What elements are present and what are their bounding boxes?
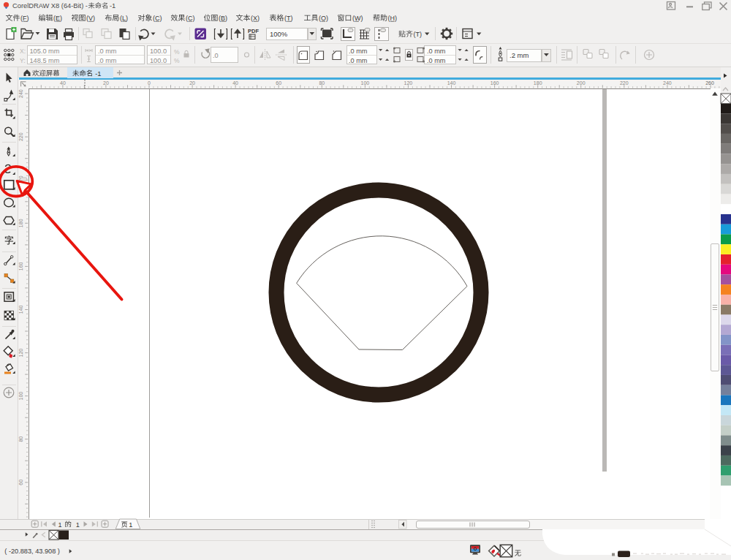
svg-text:(C): (C): [153, 15, 162, 22]
svg-text:148.5 mm: 148.5 mm: [30, 57, 60, 64]
svg-text:100: 100: [361, 80, 370, 86]
svg-text:260: 260: [705, 80, 714, 86]
svg-text:%: %: [174, 57, 180, 64]
svg-text:40: 40: [60, 80, 66, 86]
svg-text:PDF: PDF: [248, 28, 259, 34]
svg-text:CorelDRAW X8 (64-Bit) -: CorelDRAW X8 (64-Bit) -: [12, 2, 88, 10]
svg-text:(C): (C): [186, 15, 195, 22]
svg-text:40: 40: [232, 80, 238, 86]
svg-text:240: 240: [663, 80, 672, 86]
svg-text:.0 mm: .0 mm: [349, 48, 368, 55]
svg-text:0: 0: [148, 80, 151, 86]
svg-text:(B): (B): [219, 15, 227, 22]
svg-text:.0 mm: .0 mm: [98, 48, 117, 55]
svg-text:20: 20: [103, 80, 109, 86]
svg-text:100: 100: [18, 392, 23, 401]
svg-text:.2 mm: .2 mm: [510, 51, 529, 59]
svg-text:160: 160: [491, 80, 499, 86]
svg-text:220: 220: [620, 80, 629, 86]
svg-text:(T): (T): [414, 31, 423, 38]
svg-text:.0: .0: [213, 52, 219, 59]
svg-text:(H): (H): [388, 15, 398, 22]
svg-text:(O): (O): [319, 15, 328, 22]
svg-text:240: 240: [18, 89, 23, 98]
svg-text:1: 1: [129, 521, 132, 529]
svg-text:.0 mm: .0 mm: [427, 57, 446, 64]
svg-text:60: 60: [276, 80, 281, 86]
svg-text:.0 mm: .0 mm: [349, 57, 368, 64]
svg-text:20: 20: [189, 80, 195, 86]
svg-text:140: 140: [447, 80, 456, 86]
svg-text:.0 mm: .0 mm: [427, 48, 446, 55]
svg-text:( -20.883, 43.908 ): ( -20.883, 43.908 ): [4, 548, 60, 555]
svg-text:(L): (L): [120, 15, 128, 22]
svg-text:100.0: 100.0: [150, 48, 167, 55]
svg-text:100.0: 100.0: [150, 57, 167, 64]
svg-text:.0 mm: .0 mm: [98, 57, 117, 64]
svg-text:180: 180: [18, 219, 23, 227]
svg-text:(E): (E): [53, 15, 62, 22]
svg-text:(F): (F): [20, 15, 29, 22]
svg-text:120: 120: [18, 349, 23, 357]
svg-text:160: 160: [18, 262, 23, 270]
svg-text:(T): (T): [284, 15, 293, 22]
svg-text:1: 1: [58, 521, 62, 529]
svg-text:%: %: [174, 48, 180, 56]
svg-text:-1: -1: [95, 70, 101, 77]
svg-text:(X): (X): [251, 15, 260, 22]
svg-text:Y:: Y:: [20, 57, 26, 64]
svg-text:200: 200: [577, 80, 586, 86]
svg-text:60: 60: [18, 480, 23, 485]
svg-text:140: 140: [18, 306, 23, 314]
svg-text:220: 220: [18, 132, 23, 141]
svg-text:105.0 mm: 105.0 mm: [30, 48, 60, 55]
svg-text:(W): (W): [352, 15, 363, 22]
svg-text:1: 1: [76, 521, 80, 529]
svg-text:180: 180: [534, 80, 542, 86]
svg-text:120: 120: [404, 80, 413, 86]
svg-text:80: 80: [319, 80, 325, 86]
svg-text:X:: X:: [20, 48, 26, 55]
svg-text:100%: 100%: [270, 30, 288, 38]
svg-text:(V): (V): [86, 15, 95, 22]
svg-text:80: 80: [18, 436, 23, 442]
svg-text:-1: -1: [110, 2, 115, 10]
